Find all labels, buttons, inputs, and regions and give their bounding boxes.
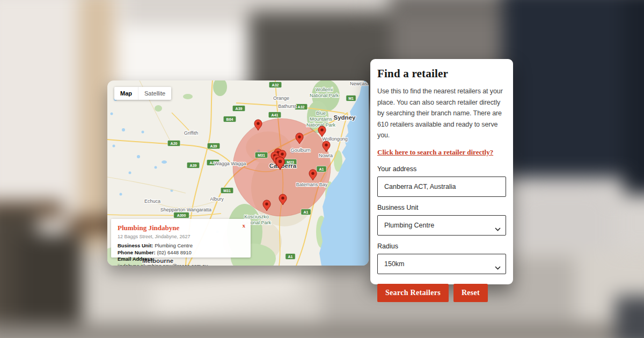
svg-text:Batemans Bay: Batemans Bay xyxy=(296,182,328,187)
search-retailers-button[interactable]: Search Retailers xyxy=(377,284,449,302)
retailer-phone: Phone Number: (02) 6448 8910 xyxy=(118,249,244,256)
svg-text:Newcastle: Newcastle xyxy=(350,81,369,86)
svg-text:Shepparton: Shepparton xyxy=(160,207,186,212)
svg-text:Goulburn: Goulburn xyxy=(290,148,310,153)
address-input[interactable] xyxy=(377,177,506,197)
svg-text:M1: M1 xyxy=(348,97,354,100)
retailer-email: Email Address: jindabyne.plumbing.nsw@re… xyxy=(118,256,244,266)
close-icon[interactable]: x xyxy=(243,223,246,229)
map-view-button[interactable]: Map xyxy=(114,87,138,100)
retailer-info-card: x Plumbing Jindabyne 12 Baggs Street, Ji… xyxy=(111,219,251,258)
svg-text:A39: A39 xyxy=(236,107,243,111)
svg-text:A39: A39 xyxy=(190,164,197,167)
retailer-business-unit: Business Unit: Plumbing Centre xyxy=(118,243,244,249)
radius-label: Radius xyxy=(377,243,506,250)
search-directly-link[interactable]: Click here to search a retailer directly… xyxy=(377,148,493,157)
svg-text:Sydney: Sydney xyxy=(334,114,356,121)
svg-text:Orange: Orange xyxy=(273,95,289,101)
svg-text:A1: A1 xyxy=(304,210,309,214)
svg-text:Echuca: Echuca xyxy=(144,199,160,204)
svg-text:A1: A1 xyxy=(319,167,324,171)
panel-description: Use this to find the nearest retailers a… xyxy=(377,86,506,141)
find-retailer-panel: Find a retailer Use this to find the nea… xyxy=(370,59,513,284)
svg-text:A32: A32 xyxy=(272,83,279,87)
screenshot-root: A32A32M1A41A39B64A39A39A20A20M31M31M23A1… xyxy=(0,0,644,338)
map-type-control: Map Satellite xyxy=(114,87,171,100)
svg-text:M31: M31 xyxy=(223,189,231,193)
svg-text:A1: A1 xyxy=(288,255,293,259)
map-widget: A32A32M1A41A39B64A39A39A20A20M31M31M23A1… xyxy=(107,80,369,266)
business-unit-select[interactable]: Plumbing Centre xyxy=(377,215,506,236)
svg-text:A32: A32 xyxy=(298,105,305,109)
business-unit-label: Business Unit xyxy=(377,204,506,211)
svg-text:Nowra: Nowra xyxy=(319,153,333,158)
radius-select[interactable]: 150km xyxy=(377,254,506,274)
retailer-address: 12 Baggs Street, Jindabyne, 2627 xyxy=(118,234,244,239)
svg-text:A39: A39 xyxy=(210,144,217,148)
address-label: Your address xyxy=(377,165,506,173)
svg-text:Wollongong: Wollongong xyxy=(322,136,347,142)
svg-text:A41: A41 xyxy=(272,113,279,117)
svg-text:B64: B64 xyxy=(226,117,233,121)
reset-button[interactable]: Reset xyxy=(453,284,488,302)
panel-title: Find a retailer xyxy=(377,67,506,80)
svg-text:Bathurst: Bathurst xyxy=(278,104,296,109)
satellite-view-button[interactable]: Satellite xyxy=(138,87,171,100)
retailer-name: Plumbing Jindabyne xyxy=(118,224,244,232)
svg-text:A20: A20 xyxy=(171,142,178,145)
svg-text:Wagga Wagga: Wagga Wagga xyxy=(215,161,246,166)
svg-text:Griffith: Griffith xyxy=(184,130,198,136)
svg-text:Albury: Albury xyxy=(210,196,224,202)
svg-text:M31: M31 xyxy=(258,153,265,157)
svg-text:A300: A300 xyxy=(177,214,186,217)
svg-text:Wangaratta: Wangaratta xyxy=(187,207,211,212)
